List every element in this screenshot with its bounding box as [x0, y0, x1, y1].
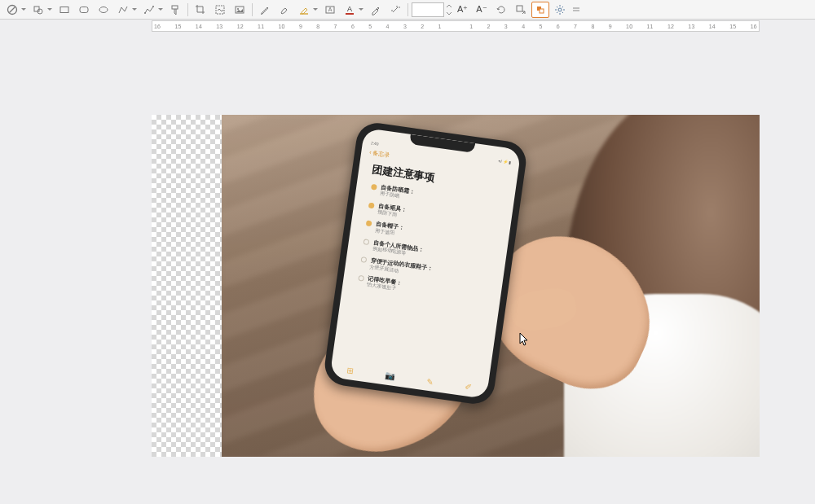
font-size-spinner[interactable]: [446, 2, 452, 17]
increase-font-button[interactable]: A⁺: [454, 2, 471, 18]
ruler-mark: 14: [196, 24, 202, 29]
ruler-mark: 1: [438, 24, 442, 29]
magic-wand-tool[interactable]: [386, 2, 404, 18]
shapes-dropdown[interactable]: [29, 2, 47, 18]
ruler-mark: 8: [591, 24, 594, 29]
ruler-mark: 16: [751, 24, 757, 29]
ruler-mark: 13: [216, 24, 222, 29]
svg-line-27: [562, 11, 562, 12]
overflow-menu[interactable]: [570, 2, 582, 18]
ruler-mark: 4: [522, 24, 525, 29]
font-color-dropdown[interactable]: A: [341, 2, 359, 18]
svg-rect-18: [517, 6, 522, 11]
ruler-mark: 1: [469, 24, 473, 29]
ruler-mark: 9: [299, 24, 302, 29]
phone-toolbar-icon: ✐: [465, 382, 472, 392]
ruler-mark: 6: [351, 24, 355, 29]
rectangle-tool[interactable]: [55, 2, 73, 18]
ruler-mark: 14: [709, 24, 716, 29]
note-item-text: 自备雨具：预防下雨: [377, 203, 408, 219]
note-item-text: 记得吃早餐：怕大家饿肚子: [367, 275, 403, 292]
svg-point-8: [152, 6, 154, 7]
note-item-text: 自备个人所需物品：例如移动电源等: [372, 239, 425, 259]
toolbar-separator: [408, 3, 408, 16]
toolbar-separator: [252, 3, 253, 16]
ruler-mark: 15: [174, 24, 181, 29]
bullet-empty-icon: [363, 239, 370, 245]
phone-toolbar-icon: 📷: [385, 371, 395, 382]
svg-rect-2: [34, 7, 39, 11]
ruler-mark: 3: [504, 24, 508, 29]
bullet-done-icon: [371, 184, 377, 191]
ruler-mark: 2: [421, 24, 424, 29]
svg-point-21: [558, 8, 562, 11]
svg-text:A: A: [347, 5, 352, 13]
photo-content: 2:40 •ıl ⚡ ▮ ‹ 备忘录 团建注意事项 自备防晒霜：用于防晒自备雨具…: [222, 115, 760, 457]
ruler-mark: 10: [626, 24, 632, 29]
ruler-mark: 2: [487, 24, 490, 29]
highlighter-dropdown[interactable]: [295, 2, 313, 18]
rotate-tool[interactable]: [492, 2, 510, 18]
ruler-mark: 6: [557, 24, 560, 29]
svg-rect-17: [346, 13, 354, 15]
phone-time: 2:40: [371, 140, 379, 146]
ruler-mark: 7: [574, 24, 577, 29]
polyline-dropdown[interactable]: [114, 2, 132, 18]
insert-image-tool[interactable]: [512, 2, 530, 18]
arrange-tool[interactable]: [531, 2, 549, 18]
note-item-text: 穿便于运动的衣服鞋子：方便开展活动: [369, 257, 433, 278]
svg-text:A: A: [328, 7, 333, 12]
transparent-area: [152, 115, 222, 457]
phone-signal: •ıl ⚡ ▮: [498, 158, 512, 164]
ellipse-tool[interactable]: [95, 2, 112, 18]
ruler-mark: 9: [609, 24, 612, 29]
ruler-mark: 11: [258, 24, 264, 29]
ruler-mark: 5: [539, 24, 542, 29]
picture-tool[interactable]: [231, 2, 249, 18]
ruler-mark: 15: [729, 24, 736, 29]
bullet-done-icon: [366, 221, 372, 227]
remove-background-tool[interactable]: [211, 2, 229, 18]
eyedropper-tool[interactable]: [367, 2, 385, 18]
phone-toolbar-icon: ✎: [426, 377, 434, 387]
phone-mockup: 2:40 •ıl ⚡ ▮ ‹ 备忘录 团建注意事项 自备防晒霜：用于防晒自备雨具…: [322, 121, 528, 406]
bullet-empty-icon: [358, 275, 364, 282]
svg-rect-20: [540, 9, 544, 13]
text-box-tool[interactable]: A: [321, 2, 339, 18]
ruler-row: 1615141312111098765432112345678910111213…: [0, 20, 815, 33]
svg-line-29: [562, 7, 562, 7]
note-item-text: 自备帽子：用于遮阳: [375, 221, 405, 237]
inserted-image[interactable]: 2:40 •ıl ⚡ ▮ ‹ 备忘录 团建注意事项 自备防晒霜：用于防晒自备雨具…: [152, 115, 760, 457]
brush-tool[interactable]: [275, 2, 293, 18]
rounded-rectangle-tool[interactable]: [75, 2, 93, 18]
ruler-mark: 5: [368, 24, 372, 29]
svg-line-1: [10, 7, 15, 12]
format-paint-icon[interactable]: [166, 2, 184, 18]
bullet-empty-icon: [360, 256, 367, 263]
svg-point-7: [144, 12, 146, 14]
ruler-mark: 3: [403, 24, 407, 29]
no-entry-dropdown[interactable]: [3, 2, 21, 18]
svg-point-6: [99, 7, 108, 12]
ruler-mark: 12: [237, 24, 244, 29]
svg-line-26: [557, 7, 557, 7]
settings-gear-icon[interactable]: [551, 2, 569, 18]
svg-rect-4: [60, 7, 68, 12]
ruler-mark: 12: [667, 24, 674, 29]
svg-rect-5: [80, 7, 88, 12]
ruler-mark: 13: [688, 24, 694, 29]
pencil-tool[interactable]: [256, 2, 274, 18]
document-canvas[interactable]: 2:40 •ıl ⚡ ▮ ‹ 备忘录 团建注意事项 自备防晒霜：用于防晒自备雨具…: [0, 33, 815, 504]
crop-tool[interactable]: [192, 2, 209, 18]
decrease-font-button[interactable]: A⁻: [473, 2, 490, 18]
svg-point-12: [237, 8, 239, 10]
chart-dropdown[interactable]: [140, 2, 158, 18]
horizontal-ruler: 1615141312111098765432112345678910111213…: [152, 20, 760, 32]
svg-rect-9: [172, 6, 178, 9]
ruler-mark: 4: [386, 24, 390, 29]
ruler-mark: 8: [316, 24, 319, 29]
phone-toolbar-icon: ⊞: [346, 366, 354, 375]
font-size-input[interactable]: [412, 2, 444, 17]
ruler-mark: 10: [279, 24, 285, 29]
bullet-done-icon: [368, 202, 375, 208]
